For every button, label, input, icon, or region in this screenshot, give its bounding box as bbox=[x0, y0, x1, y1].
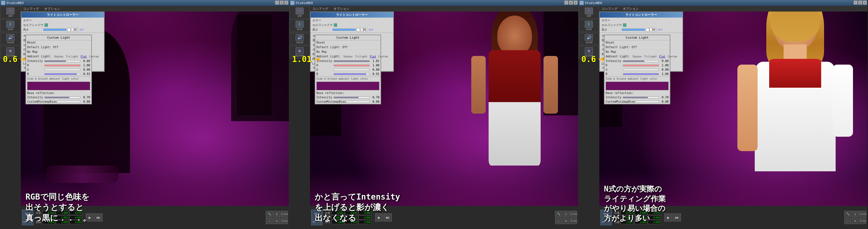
close-btn-2[interactable]: ✕ bbox=[574, 1, 578, 5]
lc-height-slider-3[interactable] bbox=[622, 29, 645, 31]
cl-tab-custom-2[interactable]: Custom bbox=[378, 55, 389, 58]
sidebar-2-btn-anim[interactable]: 🚶 anim bbox=[290, 20, 309, 31]
menu-config-1[interactable]: コンフィグ bbox=[22, 6, 40, 11]
lc-height-def-2[interactable]: def bbox=[369, 28, 373, 31]
maximize-btn-2[interactable]: □ bbox=[569, 1, 573, 5]
cl-tab-flat-2[interactable]: Flat bbox=[369, 55, 377, 58]
sidebar-3-btn-anim[interactable]: 🚶 anim bbox=[580, 20, 598, 31]
cl-tab-trilight-3[interactable]: Trilight bbox=[644, 55, 658, 58]
lc-height-slider[interactable] bbox=[43, 29, 66, 31]
lc-shadow-label-2: セルフシャドウ bbox=[312, 23, 333, 27]
lc-height-slider-2[interactable] bbox=[333, 29, 356, 31]
sound-label-2: sound bbox=[296, 41, 303, 44]
titlebar-2: StudioNEO ─ □ ✕ bbox=[289, 0, 578, 6]
menu-option-3[interactable]: オプション bbox=[622, 6, 640, 11]
sidebar-2-btn-sound[interactable]: 🔊 sound bbox=[290, 33, 309, 44]
annotation-2: 1.01 ➜ bbox=[292, 53, 320, 65]
minimize-btn-1[interactable]: ─ bbox=[275, 1, 279, 5]
cl-b-slider-3[interactable] bbox=[623, 73, 659, 75]
sidebar-3-btn-sound[interactable]: 🔊 sound bbox=[580, 33, 598, 44]
cl-r-slider-2[interactable] bbox=[334, 65, 370, 66]
cl-minimap-slider-3[interactable] bbox=[635, 101, 659, 103]
cl-r-slider-3[interactable] bbox=[623, 65, 659, 66]
minimize-btn-2[interactable]: ─ bbox=[564, 1, 568, 5]
close-btn-1[interactable]: ✕ bbox=[284, 1, 288, 5]
sidebar-2-btn-add[interactable]: ➕ add bbox=[290, 7, 309, 18]
cl-tab-trilight-2[interactable]: Trilight bbox=[354, 55, 368, 58]
lc-height-def[interactable]: def bbox=[80, 28, 84, 31]
cl-tab-skybox[interactable]: Skybox bbox=[53, 55, 64, 58]
cl-intensity-slider[interactable] bbox=[44, 60, 80, 62]
sidebar-btn-sound[interactable]: 🔊 sound bbox=[1, 33, 20, 44]
cl-reset-row-3: Reset bbox=[604, 40, 670, 45]
cl-intensity-slider-2[interactable] bbox=[334, 60, 370, 62]
lc-shadow-checkbox[interactable] bbox=[44, 23, 48, 27]
cl-g-value-3: 0.00 bbox=[660, 68, 669, 71]
jp-text-content-2: かと言ってIntensityを上げると影が濃く出なくなる bbox=[315, 192, 400, 223]
cl-tab-custom[interactable]: Custom bbox=[88, 55, 100, 58]
sidebar-section-anim: 🚶 anim bbox=[0, 19, 21, 32]
cl-nomap-row-3: No Map bbox=[604, 50, 670, 54]
minimize-btn-3[interactable]: ─ bbox=[854, 1, 858, 5]
cl-baserefl-int-slider-3[interactable] bbox=[623, 97, 659, 98]
cl-g-slider-3[interactable] bbox=[623, 69, 659, 71]
annotation-1: 0.6 ➜ bbox=[3, 53, 26, 65]
titlebar-buttons-2[interactable]: ─ □ ✕ bbox=[564, 1, 578, 5]
cl-baserefl-intensity-slider[interactable] bbox=[44, 97, 80, 98]
cl-minimap-value-2: 0.00 bbox=[371, 100, 379, 103]
cl-g-slider-2[interactable] bbox=[334, 69, 370, 71]
sidebar-btn-anim[interactable]: 🚶 anim bbox=[1, 20, 20, 31]
cl-reset-label-3[interactable]: Reset bbox=[606, 41, 632, 44]
close-btn-3[interactable]: ✕ bbox=[863, 1, 867, 5]
cl-tab-flat[interactable]: Flat bbox=[80, 55, 88, 58]
cl-reset-label-2[interactable]: Reset bbox=[316, 41, 342, 44]
char3-arm-l bbox=[737, 65, 757, 151]
cl-tab-skybox-3[interactable]: Skybox bbox=[632, 55, 643, 58]
annotation-value-1: 0.6 bbox=[3, 54, 18, 64]
custom-light-panel-3: Custom Light Reset Default Light: Off No… bbox=[604, 35, 670, 104]
cl-baserefl-intensity-row-2: Intensity 0.70 bbox=[315, 95, 380, 100]
maximize-btn-3[interactable]: □ bbox=[858, 1, 862, 5]
sound-label-1: sound bbox=[7, 41, 14, 44]
cl-b-value-3: 1.00 bbox=[660, 72, 669, 76]
app-title-1: StudioNEO bbox=[6, 1, 24, 5]
add-icon-3: ➕ bbox=[585, 7, 593, 14]
cl-tab-skybox-2[interactable]: Skybox bbox=[342, 55, 354, 58]
cl-tab-custom-3[interactable]: Custom bbox=[667, 55, 678, 58]
cl-b-slider-2[interactable] bbox=[334, 73, 370, 75]
cl-intensity-slider-3[interactable] bbox=[623, 60, 659, 62]
sidebar-btn-add[interactable]: ➕ add bbox=[1, 7, 20, 18]
menu-config-3[interactable]: コンフィグ bbox=[600, 6, 619, 11]
menu-option-1[interactable]: オプション bbox=[43, 6, 61, 11]
cl-intensity-row-2: Intensity 1.01 bbox=[315, 59, 380, 63]
cl-g-slider[interactable] bbox=[44, 69, 80, 71]
cl-r-row: R 1.00 bbox=[26, 63, 91, 68]
cl-nomap-label: No Map bbox=[27, 50, 53, 53]
sidebar-3-btn-add[interactable]: ➕ add bbox=[580, 7, 598, 18]
cl-tab-flat-3[interactable]: Flat bbox=[658, 55, 666, 58]
cl-r-slider[interactable] bbox=[44, 65, 80, 66]
cl-baserefl-intensity-row: Intensity 0.70 bbox=[26, 95, 91, 100]
cl-b-slider[interactable] bbox=[44, 73, 80, 75]
cl-tab-trilight[interactable]: Trilight bbox=[65, 55, 79, 58]
titlebar-buttons-3[interactable]: ─ □ ✕ bbox=[854, 1, 867, 5]
cl-minimap-label: CustomMinimapBias bbox=[27, 100, 57, 103]
cl-default-label-3: Default Light: bbox=[606, 46, 632, 49]
sidebar-2-anim: 🚶 anim bbox=[289, 19, 310, 32]
titlebar-buttons-1[interactable]: ─ □ ✕ bbox=[275, 1, 288, 5]
cl-baserefl-int-slider-2[interactable] bbox=[334, 97, 370, 98]
cl-minimap-value-3: 0.00 bbox=[660, 100, 669, 103]
cl-minimap-slider-2[interactable] bbox=[346, 101, 370, 103]
cl-reset-label[interactable]: Reset bbox=[27, 41, 53, 44]
lc-height-def-3[interactable]: def bbox=[658, 28, 662, 31]
add-label-2: add bbox=[298, 15, 302, 17]
lc-shadow-checkbox-3[interactable] bbox=[623, 23, 626, 27]
cl-minimap-label-2: CustomMinimapBias bbox=[316, 100, 346, 103]
maximize-btn-1[interactable]: □ bbox=[280, 1, 284, 5]
lc-shadow-checkbox-2[interactable] bbox=[334, 23, 337, 27]
menu-option-2[interactable]: オプション bbox=[332, 6, 350, 11]
panel-3: StudioNEO ─ □ ✕ ➕ add 🚶 anim bbox=[579, 0, 868, 229]
cl-minimap-slider[interactable] bbox=[57, 101, 80, 103]
cl-g-label-2: G bbox=[316, 68, 334, 71]
menu-config-2[interactable]: コンフィグ bbox=[311, 6, 330, 11]
